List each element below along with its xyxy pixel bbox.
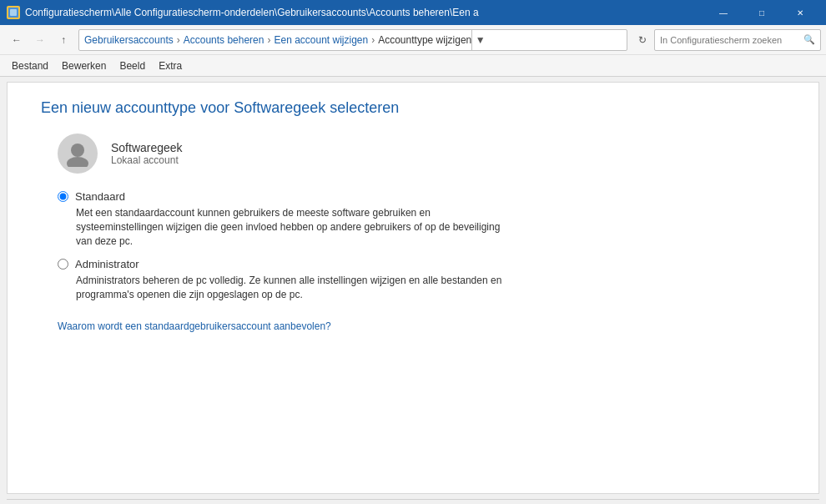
page-title: Een nieuw accounttype voor Softwaregeek … <box>41 99 785 117</box>
app-icon <box>7 6 20 19</box>
account-type-options: Standaard Met een standaardaccount kunne… <box>58 190 785 332</box>
option-standaard-description: Met een standaardaccount kunnen gebruike… <box>76 206 510 248</box>
titlebar: Configuratiescherm\Alle Configuratiesche… <box>0 0 826 25</box>
forward-button[interactable]: → <box>28 28 52 52</box>
option-standaard: Standaard Met een standaardaccount kunne… <box>58 190 785 248</box>
back-button[interactable]: ← <box>5 28 28 52</box>
menu-bar: Bestand Bewerken Beeld Extra <box>0 55 826 77</box>
refresh-button[interactable]: ↻ <box>631 28 654 52</box>
navigation-bar: ← → ↑ Gebruikersaccounts › Accounts behe… <box>0 25 826 55</box>
menu-bewerken[interactable]: Bewerken <box>55 58 113 74</box>
main-content: Een nieuw accounttype voor Softwaregeek … <box>7 82 819 494</box>
window-title: Configuratiescherm\Alle Configuratiesche… <box>25 7 704 18</box>
address-bar[interactable]: Gebruikersaccounts › Accounts beheren › … <box>78 29 627 51</box>
search-input[interactable] <box>660 35 803 45</box>
user-section: Softwaregeek Lokaal account <box>58 134 785 174</box>
option-standaard-radio[interactable] <box>58 191 68 202</box>
menu-extra[interactable]: Extra <box>152 58 189 74</box>
option-standaard-label[interactable]: Standaard <box>58 190 785 203</box>
menu-beeld[interactable]: Beeld <box>113 58 152 74</box>
button-bar: Accounttype wijzigen Annuleren <box>0 500 826 504</box>
maximize-button[interactable]: □ <box>743 0 781 25</box>
option-administrator-label[interactable]: Administrator <box>58 258 785 270</box>
svg-point-2 <box>71 144 84 157</box>
option-standaard-text: Standaard <box>75 190 125 203</box>
user-info: Softwaregeek Lokaal account <box>111 141 183 166</box>
window-controls: — □ ✕ <box>704 0 819 25</box>
option-administrator-radio[interactable] <box>58 259 68 270</box>
user-name: Softwaregeek <box>111 141 183 154</box>
close-button[interactable]: ✕ <box>781 0 819 25</box>
option-administrator: Administrator Administrators beheren de … <box>58 258 785 302</box>
breadcrumb-item-2[interactable]: Accounts beheren <box>184 34 264 46</box>
minimize-button[interactable]: — <box>704 0 743 25</box>
user-account-type: Lokaal account <box>111 154 183 166</box>
breadcrumb: Gebruikersaccounts › Accounts beheren › … <box>84 34 471 46</box>
breadcrumb-item-3[interactable]: Een account wijzigen <box>274 34 368 46</box>
menu-bestand[interactable]: Bestand <box>5 58 55 74</box>
breadcrumb-item-1[interactable]: Gebruikersaccounts <box>84 34 174 46</box>
svg-rect-1 <box>10 9 17 16</box>
avatar <box>58 134 98 174</box>
svg-point-3 <box>67 157 88 167</box>
help-link[interactable]: Waarom wordt een standaardgebruikersacco… <box>58 320 331 332</box>
search-icon: 🔍 <box>803 34 815 45</box>
option-administrator-text: Administrator <box>75 258 139 270</box>
search-box: 🔍 <box>654 29 821 51</box>
option-administrator-description: Administrators beheren de pc volledig. Z… <box>76 274 510 302</box>
address-dropdown-button[interactable]: ▼ <box>471 30 488 50</box>
up-button[interactable]: ↑ <box>52 28 75 52</box>
breadcrumb-current: Accounttype wijzigen <box>378 34 471 46</box>
